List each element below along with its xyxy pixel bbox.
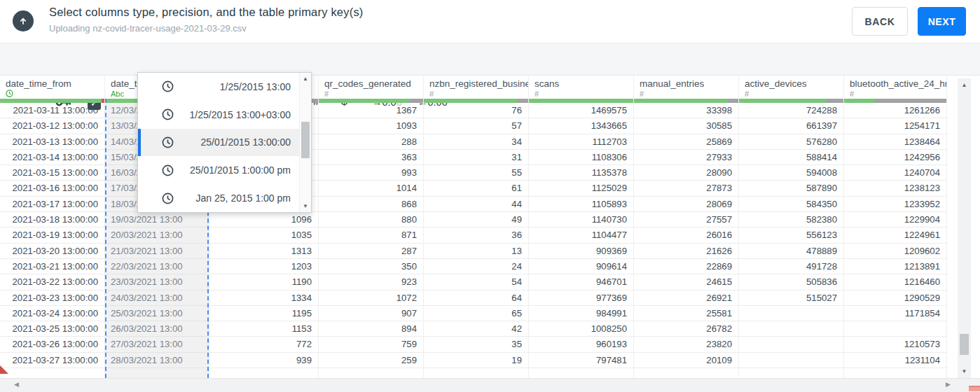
table-cell[interactable]: 894 (319, 321, 423, 337)
table-cell[interactable]: 64 (424, 290, 528, 306)
table-cell[interactable]: 28/03/2021 13:00 (106, 353, 207, 368)
table-cell[interactable]: 594008 (739, 165, 843, 181)
table-cell[interactable]: 259 (319, 353, 423, 368)
table-cell[interactable]: 478889 (739, 244, 843, 259)
date-format-option[interactable]: 1/25/2015 13:00+03:00 (138, 101, 299, 129)
table-cell[interactable]: 27/03/2021 13:00 (106, 337, 207, 352)
table-cell[interactable]: 2021-03-17 13:00:00 (0, 197, 104, 212)
table-cell[interactable]: 1008250 (529, 321, 633, 337)
table-cell[interactable]: 36 (424, 227, 528, 243)
table-cell[interactable]: 44 (424, 197, 528, 212)
scroll-down-icon[interactable]: ▼ (300, 203, 311, 209)
column-qr_codes_generated[interactable]: qr_codes_generated#136710932883639931014… (319, 76, 424, 378)
table-cell[interactable] (739, 306, 843, 321)
table-cell[interactable]: 13 (424, 244, 528, 259)
column-scans[interactable]: scans#1469575134366511127031108306113537… (529, 76, 634, 378)
table-cell[interactable]: 1224961 (844, 227, 946, 243)
table-cell[interactable]: 24/03/2021 13:00 (106, 290, 207, 306)
date-format-option[interactable]: 25/01/2015 13:00:00 (138, 129, 299, 157)
table-cell[interactable]: 65 (424, 306, 528, 321)
table-cell[interactable]: 977369 (529, 290, 633, 306)
table-cell[interactable]: 1035 (209, 227, 318, 243)
table-cell[interactable]: 1261266 (844, 103, 946, 118)
table-cell[interactable]: 1238464 (844, 134, 946, 150)
table-cell[interactable]: 27873 (634, 181, 738, 196)
column-nzbn_registered_busine[interactable]: nzbn_registered_busine#76573431556144493… (424, 76, 529, 378)
column-header[interactable]: date_time_from (0, 76, 104, 99)
table-cell[interactable]: 491728 (739, 259, 843, 274)
table-cell[interactable]: 584350 (739, 197, 843, 212)
table-cell[interactable]: 1367 (319, 103, 423, 118)
vertical-scroll-thumb[interactable] (960, 334, 969, 355)
column-header[interactable]: qr_codes_generated# (319, 76, 423, 99)
table-cell[interactable]: 2021-03-25 13:00:00 (0, 321, 104, 337)
table-cell[interactable]: 19/03/2021 13:00 (106, 212, 207, 227)
table-cell[interactable]: 2021-03-19 13:00:00 (0, 227, 104, 243)
table-cell[interactable]: 23820 (634, 337, 738, 352)
column-header[interactable]: bluetooth_active_24_hr_# (844, 76, 946, 99)
table-cell[interactable]: 54 (424, 274, 528, 290)
table-cell[interactable]: 55 (424, 165, 528, 181)
table-cell[interactable]: 22869 (634, 259, 738, 274)
table-cell[interactable]: 49 (424, 212, 528, 227)
table-cell[interactable]: 772 (209, 337, 318, 352)
table-cell[interactable]: 993 (319, 165, 423, 181)
table-cell[interactable]: 350 (319, 259, 423, 274)
table-cell[interactable]: 1254171 (844, 118, 946, 134)
table-cell[interactable]: 26016 (634, 227, 738, 243)
table-cell[interactable] (739, 321, 843, 337)
column-manual_entries[interactable]: manual_entries#3339830585258692793328090… (634, 76, 739, 378)
table-cell[interactable]: 1072 (319, 290, 423, 306)
table-cell[interactable]: 1135378 (529, 165, 633, 181)
table-cell[interactable]: 1242956 (844, 150, 946, 165)
column-header[interactable]: active_devices# (739, 76, 843, 99)
table-cell[interactable]: 1240704 (844, 165, 946, 181)
table-cell[interactable]: 868 (319, 197, 423, 212)
table-cell[interactable]: 1125029 (529, 181, 633, 196)
column-header[interactable]: nzbn_registered_busine# (424, 76, 528, 99)
date-format-option[interactable]: 1/25/2015 13:00 (138, 73, 299, 101)
table-cell[interactable]: 2021-03-22 13:00:00 (0, 274, 104, 290)
scroll-up-icon[interactable]: ▲ (300, 76, 311, 82)
table-cell[interactable]: 21626 (634, 244, 738, 259)
table-cell[interactable]: 1210573 (844, 337, 946, 352)
table-cell[interactable]: 724288 (739, 103, 843, 118)
table-cell[interactable]: 2021-03-18 13:00:00 (0, 212, 104, 227)
table-cell[interactable]: 1108306 (529, 150, 633, 165)
table-cell[interactable]: 1093 (319, 118, 423, 134)
table-cell[interactable]: 2021-03-16 13:00:00 (0, 181, 104, 196)
table-cell[interactable]: 61 (424, 181, 528, 196)
table-cell[interactable]: 1213891 (844, 259, 946, 274)
table-cell[interactable] (844, 321, 946, 337)
table-cell[interactable]: 2021-03-20 13:00:00 (0, 244, 104, 259)
table-cell[interactable]: 287 (319, 244, 423, 259)
table-cell[interactable]: 923 (319, 274, 423, 290)
scroll-left-icon[interactable]: ◀ (14, 381, 19, 388)
table-cell[interactable]: 582380 (739, 212, 843, 227)
horizontal-scrollbar[interactable]: ◀ ▶ (0, 378, 980, 392)
column-date_time_from[interactable]: date_time_from2021-03-11 13:00:002021-03… (0, 76, 105, 378)
table-cell[interactable]: 2021-03-13 13:00:00 (0, 134, 104, 150)
column-header[interactable]: manual_entries# (634, 76, 738, 99)
table-cell[interactable]: 30585 (634, 118, 738, 134)
table-cell[interactable]: 1203 (209, 259, 318, 274)
table-cell[interactable]: 1313 (209, 244, 318, 259)
table-cell[interactable]: 1153 (209, 321, 318, 337)
table-cell[interactable]: 1195 (209, 306, 318, 321)
column-header[interactable]: scans# (529, 76, 633, 99)
next-button[interactable]: NEXT (918, 7, 966, 36)
table-cell[interactable]: 288 (319, 134, 423, 150)
table-cell[interactable]: 2021-03-15 13:00:00 (0, 165, 104, 181)
table-cell[interactable]: 880 (319, 212, 423, 227)
table-cell[interactable]: 31 (424, 150, 528, 165)
table-cell[interactable]: 505836 (739, 274, 843, 290)
table-cell[interactable]: 25/03/2021 13:00 (106, 306, 207, 321)
table-cell[interactable]: 76 (424, 103, 528, 118)
table-cell[interactable]: 363 (319, 150, 423, 165)
table-cell[interactable]: 1014 (319, 181, 423, 196)
table-cell[interactable]: 960193 (529, 337, 633, 352)
table-cell[interactable]: 661397 (739, 118, 843, 134)
table-cell[interactable]: 576280 (739, 134, 843, 150)
table-cell[interactable]: 33398 (634, 103, 738, 118)
table-cell[interactable]: 556123 (739, 227, 843, 243)
